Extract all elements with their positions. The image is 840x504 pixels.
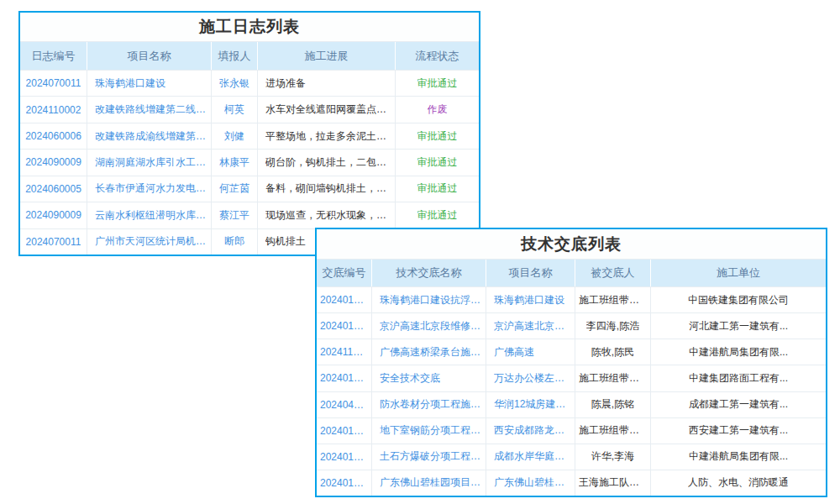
construction-unit-text: 中建港航局集团有限... bbox=[651, 444, 826, 470]
disclosure-name-link[interactable]: 安全技术交底 bbox=[372, 365, 486, 391]
reporter-link[interactable]: 林康平 bbox=[212, 150, 258, 175]
disclosure-table-row: 2024010004 京沪高速北京段维修桩帽... 京沪高速北京段维修 李四海,… bbox=[317, 312, 826, 339]
recipients-text: 陈牧,陈民 bbox=[575, 339, 651, 365]
project-name-link[interactable]: 云南水利枢纽潜明水库一... bbox=[87, 202, 212, 228]
column-header-disclosure-id: 交底编号 bbox=[317, 260, 372, 286]
project-name-link[interactable]: 长春市伊通河水力发电厂... bbox=[87, 176, 212, 202]
technical-disclosure-table: 技术交底列表 交底编号 技术交底名称 项目名称 被交底人 施工单位 202401… bbox=[315, 228, 827, 497]
disclosure-name-link[interactable]: 地下室钢筋分项工程施工... bbox=[372, 418, 486, 444]
disclosure-id-link[interactable]: 2024040001 bbox=[317, 392, 372, 417]
reporter-link[interactable]: 张永银 bbox=[212, 71, 258, 96]
column-header-flow-status: 流程状态 bbox=[396, 42, 479, 70]
reporter-link[interactable]: 刘健 bbox=[212, 123, 258, 149]
construction-unit-text: 成都建工第一建筑有... bbox=[651, 392, 826, 417]
disclosure-id-link[interactable]: 2024010001 bbox=[317, 470, 372, 496]
disclosure-name-link[interactable]: 珠海鹤港口建设抗浮锚杆... bbox=[372, 287, 486, 312]
disclosure-name-link[interactable]: 土石方爆破分项工程施工... bbox=[372, 444, 486, 470]
flow-status-badge: 审批通过 bbox=[396, 202, 479, 228]
log-id-link[interactable]: 2024070011 bbox=[20, 71, 87, 96]
progress-text: 进场准备 bbox=[258, 71, 396, 96]
project-name-link[interactable]: 改建铁路成渝线增建第二... bbox=[87, 123, 212, 149]
log-id-link[interactable]: 2024060005 bbox=[20, 176, 87, 202]
disclosure-project-link[interactable]: 华润12城房建工程... bbox=[486, 392, 575, 417]
construction-unit-text: 人防、水电、消防暖通 bbox=[651, 470, 826, 496]
recipients-text: 施工班组带班... bbox=[575, 365, 651, 391]
construction-unit-text: 河北建工第一建筑有... bbox=[651, 313, 826, 339]
disclosure-name-link[interactable]: 防水卷材分项工程施工技... bbox=[372, 392, 486, 417]
reporter-link[interactable]: 何芷茵 bbox=[212, 176, 258, 202]
reporter-link[interactable]: 断郎 bbox=[212, 229, 258, 255]
column-header-project-name: 项目名称 bbox=[87, 42, 212, 70]
technical-disclosure-title: 技术交底列表 bbox=[317, 229, 826, 260]
column-header-log-id: 日志编号 bbox=[20, 42, 87, 70]
log-id-link[interactable]: 2024090009 bbox=[20, 150, 87, 175]
disclosure-project-link[interactable]: 广东佛山碧桂园项目 bbox=[486, 470, 575, 496]
flow-status-badge: 审批通过 bbox=[396, 123, 479, 149]
disclosure-project-link[interactable]: 广佛高速 bbox=[486, 339, 575, 365]
disclosure-name-link[interactable]: 京沪高速北京段维修桩帽... bbox=[372, 313, 486, 339]
progress-text: 平整场地，拉走多余泥土15... bbox=[258, 123, 396, 149]
column-header-disclosure-name: 技术交底名称 bbox=[372, 260, 486, 286]
log-table-row: 2024060005 长春市伊通河水力发电厂... 何芷茵 备料，砌间墙钩机排土… bbox=[20, 176, 479, 202]
disclosure-id-link[interactable]: 2024010003 bbox=[317, 287, 372, 312]
construction-unit-text: 中国铁建集团有限公司 bbox=[651, 287, 826, 312]
progress-text: 备料，砌间墙钩机排土，瓦... bbox=[258, 176, 396, 202]
recipients-text: 许华,李海 bbox=[575, 444, 651, 470]
disclosure-project-link[interactable]: 万达办公楼左侧A... bbox=[486, 365, 575, 391]
recipients-text: 施工班组带班... bbox=[575, 287, 651, 312]
column-header-reporter: 填报人 bbox=[212, 42, 258, 70]
disclosure-id-link[interactable]: 2024010002 bbox=[317, 444, 372, 470]
disclosure-id-link[interactable]: 2024110001 bbox=[317, 339, 372, 365]
disclosure-id-link[interactable]: 2024010004 bbox=[317, 313, 372, 339]
construction-unit-text: 中建集团路面工程有... bbox=[651, 365, 826, 391]
log-id-link[interactable]: 2024070011 bbox=[20, 229, 87, 255]
progress-text: 砌台阶，钩机排土，二包砌... bbox=[258, 150, 396, 175]
disclosure-table-row: 2024040001 防水卷材分项工程施工技... 华润12城房建工程... 陈… bbox=[317, 391, 826, 417]
flow-status-badge: 审批通过 bbox=[396, 71, 479, 96]
disclosure-name-link[interactable]: 广佛高速桥梁承台施工技... bbox=[372, 339, 486, 365]
disclosure-name-link[interactable]: 广东佛山碧桂园项目人防... bbox=[372, 470, 486, 496]
log-table-row: 2024070011 珠海鹤港口建设 张永银 进场准备 审批通过 bbox=[20, 71, 479, 96]
log-id-link[interactable]: 2024110002 bbox=[20, 97, 87, 122]
construction-log-title: 施工日志列表 bbox=[20, 13, 479, 42]
column-header-progress: 施工进展 bbox=[258, 42, 396, 70]
recipients-text: 李四海,陈浩 bbox=[575, 313, 651, 339]
construction-unit-text: 中建港航局集团有限... bbox=[651, 339, 826, 365]
recipients-text: 陈晨,陈铭 bbox=[575, 392, 651, 417]
flow-status-badge: 作废 bbox=[396, 97, 479, 122]
technical-disclosure-header-row: 交底编号 技术交底名称 项目名称 被交底人 施工单位 bbox=[317, 260, 826, 287]
disclosure-id-link[interactable]: 2024010002 bbox=[317, 418, 372, 444]
log-table-row: 2024090009 云南水利枢纽潜明水库一... 蔡江平 现场巡查，无积水现象… bbox=[20, 202, 479, 228]
disclosure-table-row: 2024010002 土石方爆破分项工程施工... 成都水岸华庭名苑... 许华… bbox=[317, 444, 826, 470]
disclosure-project-link[interactable]: 西安成都路龙湖上... bbox=[486, 418, 575, 444]
project-name-link[interactable]: 湖南洞庭湖水库引水工程... bbox=[87, 150, 212, 175]
progress-text: 水车对全线遮阳网覆盖点进... bbox=[258, 97, 396, 122]
project-name-link[interactable]: 改建铁路线增建第二线直... bbox=[87, 97, 212, 122]
log-table-row: 2024110002 改建铁路线增建第二线直... 柯英 水车对全线遮阳网覆盖点… bbox=[20, 96, 479, 122]
disclosure-table-row: 2024010001 广东佛山碧桂园项目人防... 广东佛山碧桂园项目 王海施工… bbox=[317, 470, 826, 496]
recipients-text: 施工班组带班... bbox=[575, 418, 651, 444]
log-table-row: 2024060006 改建铁路成渝线增建第二... 刘健 平整场地，拉走多余泥土… bbox=[20, 123, 479, 149]
technical-disclosure-body: 2024010003 珠海鹤港口建设抗浮锚杆... 珠海鹤港口建设 施工班组带班… bbox=[317, 287, 826, 496]
disclosure-id-link[interactable]: 2024010003 bbox=[317, 365, 372, 391]
project-name-link[interactable]: 广州市天河区统计局机房... bbox=[87, 229, 212, 255]
disclosure-table-row: 2024010002 地下室钢筋分项工程施工... 西安成都路龙湖上... 施工… bbox=[317, 417, 826, 444]
log-id-link[interactable]: 2024090009 bbox=[20, 202, 87, 228]
reporter-link[interactable]: 柯英 bbox=[212, 97, 258, 122]
disclosure-project-link[interactable]: 京沪高速北京段维修 bbox=[486, 313, 575, 339]
progress-text: 现场巡查，无积水现象，水... bbox=[258, 202, 396, 228]
project-name-link[interactable]: 珠海鹤港口建设 bbox=[87, 71, 212, 96]
disclosure-project-link[interactable]: 成都水岸华庭名苑... bbox=[486, 444, 575, 470]
column-header-recipients: 被交底人 bbox=[575, 260, 651, 286]
flow-status-badge: 审批通过 bbox=[396, 150, 479, 175]
column-header-construction-unit: 施工单位 bbox=[651, 260, 826, 286]
recipients-text: 王海施工队全队 bbox=[575, 470, 651, 496]
log-table-row: 2024090009 湖南洞庭湖水库引水工程... 林康平 砌台阶，钩机排土，二… bbox=[20, 149, 479, 175]
reporter-link[interactable]: 蔡江平 bbox=[212, 202, 258, 228]
column-header-disclosure-project: 项目名称 bbox=[486, 260, 575, 286]
disclosure-project-link[interactable]: 珠海鹤港口建设 bbox=[486, 287, 575, 312]
disclosure-table-row: 2024110001 广佛高速桥梁承台施工技... 广佛高速 陈牧,陈民 中建港… bbox=[317, 339, 826, 365]
construction-log-table: 施工日志列表 日志编号 项目名称 填报人 施工进展 流程状态 202407001… bbox=[18, 11, 480, 256]
log-id-link[interactable]: 2024060006 bbox=[20, 123, 87, 149]
construction-log-header-row: 日志编号 项目名称 填报人 施工进展 流程状态 bbox=[20, 42, 479, 71]
